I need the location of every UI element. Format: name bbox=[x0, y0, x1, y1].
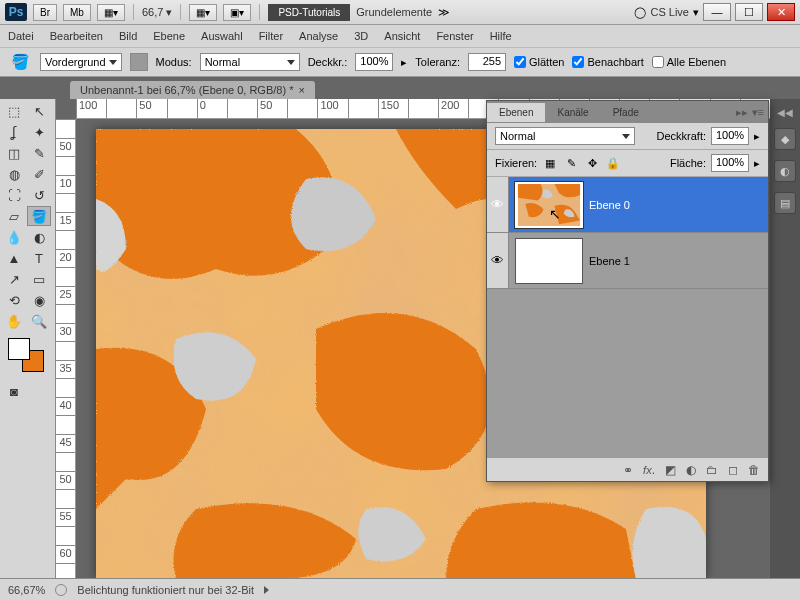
lock-pixels-icon[interactable]: ✎ bbox=[563, 156, 579, 170]
mask-icon[interactable]: ◩ bbox=[665, 463, 676, 477]
panel-menu-icon[interactable]: ▾≡ bbox=[752, 106, 764, 119]
current-tool-icon[interactable]: 🪣 bbox=[8, 52, 32, 72]
eyedropper-tool[interactable]: ✎ bbox=[27, 143, 51, 163]
blur-tool[interactable]: 💧 bbox=[2, 227, 26, 247]
adjustment-icon[interactable]: ◐ bbox=[686, 463, 696, 477]
layers-panel-icon[interactable]: ▤ bbox=[774, 192, 796, 214]
pen-tool[interactable]: ▲ bbox=[2, 248, 26, 268]
layer-blend-dropdown[interactable]: Normal bbox=[495, 127, 635, 145]
contiguous-checkbox[interactable]: Benachbart bbox=[572, 56, 643, 68]
lasso-tool[interactable]: ʆ bbox=[2, 122, 26, 142]
layer-name[interactable]: Ebene 0 bbox=[589, 199, 630, 211]
status-indicator-icon[interactable] bbox=[55, 584, 67, 596]
menu-datei[interactable]: Datei bbox=[8, 30, 34, 42]
stamp-tool[interactable]: ⛶ bbox=[2, 185, 26, 205]
minibridge-button[interactable]: Mb bbox=[63, 4, 91, 21]
workspace-tab-grund[interactable]: Grundelemente bbox=[356, 6, 432, 18]
color-panel-icon[interactable]: ◆ bbox=[774, 128, 796, 150]
3d-tool[interactable]: ⟲ bbox=[2, 290, 26, 310]
visibility-toggle[interactable]: 👁 bbox=[487, 177, 509, 232]
layer-name[interactable]: Ebene 1 bbox=[589, 255, 630, 267]
bridge-button[interactable]: Br bbox=[33, 4, 57, 21]
link-layers-icon[interactable]: ⚭ bbox=[623, 463, 633, 477]
menu-analyse[interactable]: Analyse bbox=[299, 30, 338, 42]
workspace-tab-psd[interactable]: PSD-Tutorials bbox=[268, 4, 350, 21]
pattern-swatch[interactable] bbox=[130, 53, 148, 71]
cslive-button[interactable]: CS Live bbox=[650, 6, 689, 18]
fill-mode-dropdown[interactable]: Vordergrund bbox=[40, 53, 122, 71]
quickmask-tool[interactable]: ◙ bbox=[2, 381, 26, 401]
zoom-tool[interactable]: 🔍 bbox=[27, 311, 51, 331]
menu-bearbeiten[interactable]: Bearbeiten bbox=[50, 30, 103, 42]
color-swatches[interactable] bbox=[8, 338, 48, 374]
lock-transparent-icon[interactable]: ▦ bbox=[542, 156, 558, 170]
cslive-icon[interactable]: ◯ bbox=[634, 6, 646, 19]
fill-slider-icon[interactable]: ▸ bbox=[754, 157, 760, 170]
group-icon[interactable]: 🗀 bbox=[706, 463, 718, 477]
close-button[interactable]: ✕ bbox=[767, 3, 795, 21]
menu-hilfe[interactable]: Hilfe bbox=[490, 30, 512, 42]
dodge-tool[interactable]: ◐ bbox=[27, 227, 51, 247]
fill-input[interactable]: 100% bbox=[711, 154, 749, 172]
camera-tool[interactable]: ◉ bbox=[27, 290, 51, 310]
cslive-down-icon[interactable]: ▾ bbox=[693, 6, 699, 19]
menu-bild[interactable]: Bild bbox=[119, 30, 137, 42]
zoom-level[interactable]: 66,7 ▾ bbox=[142, 6, 172, 19]
select-tool[interactable]: ↖ bbox=[27, 101, 51, 121]
delete-layer-icon[interactable]: 🗑 bbox=[748, 463, 760, 477]
adjust-panel-icon[interactable]: ◐ bbox=[774, 160, 796, 182]
tab-ebenen[interactable]: Ebenen bbox=[487, 103, 545, 122]
path-tool[interactable]: ↗ bbox=[2, 269, 26, 289]
new-layer-icon[interactable]: ◻ bbox=[728, 463, 738, 477]
document-tab[interactable]: Unbenannt-1 bei 66,7% (Ebene 0, RGB/8) *… bbox=[70, 81, 315, 99]
minimize-button[interactable]: — bbox=[703, 3, 731, 21]
tolerance-input[interactable]: 255 bbox=[468, 53, 506, 71]
menu-ebene[interactable]: Ebene bbox=[153, 30, 185, 42]
vertical-ruler[interactable]: 50101520253035404550556065 bbox=[56, 119, 76, 600]
workspace-more-icon[interactable]: ≫ bbox=[438, 6, 450, 19]
expand-panels-icon[interactable]: ◀◀ bbox=[777, 107, 793, 118]
screenmode-button[interactable]: ▣▾ bbox=[223, 4, 251, 21]
brush-tool[interactable]: ✐ bbox=[27, 164, 51, 184]
bucket-tool[interactable]: 🪣 bbox=[27, 206, 51, 226]
hand-tool[interactable]: ✋ bbox=[2, 311, 26, 331]
menu-auswahl[interactable]: Auswahl bbox=[201, 30, 243, 42]
crop-tool[interactable]: ◫ bbox=[2, 143, 26, 163]
shape-tool[interactable]: ▭ bbox=[27, 269, 51, 289]
type-tool[interactable]: T bbox=[27, 248, 51, 268]
menu-fenster[interactable]: Fenster bbox=[436, 30, 473, 42]
move-tool[interactable]: ⬚ bbox=[2, 101, 26, 121]
opacity-flyout-icon[interactable]: ▸ bbox=[401, 56, 407, 69]
layer-thumbnail[interactable]: ↖ bbox=[515, 182, 583, 228]
view-extras-button[interactable]: ▦▾ bbox=[97, 4, 125, 21]
tab-kanaele[interactable]: Kanäle bbox=[545, 103, 600, 122]
layer-opacity-input[interactable]: 100% bbox=[711, 127, 749, 145]
lock-position-icon[interactable]: ✥ bbox=[584, 156, 600, 170]
all-layers-checkbox[interactable]: Alle Ebenen bbox=[652, 56, 726, 68]
menu-ansicht[interactable]: Ansicht bbox=[384, 30, 420, 42]
opacity-input[interactable]: 100% bbox=[355, 53, 393, 71]
maximize-button[interactable]: ☐ bbox=[735, 3, 763, 21]
opacity-slider-icon[interactable]: ▸ bbox=[754, 130, 760, 143]
layer-thumbnail[interactable] bbox=[515, 238, 583, 284]
wand-tool[interactable]: ✦ bbox=[27, 122, 51, 142]
eraser-tool[interactable]: ▱ bbox=[2, 206, 26, 226]
menu-3d[interactable]: 3D bbox=[354, 30, 368, 42]
foreground-swatch[interactable] bbox=[8, 338, 30, 360]
tab-pfade[interactable]: Pfade bbox=[601, 103, 651, 122]
arrange-button[interactable]: ▦▾ bbox=[189, 4, 217, 21]
panel-collapse-icon[interactable]: ▸▸ bbox=[736, 106, 748, 119]
layer-row[interactable]: 👁 Ebene 1 bbox=[487, 233, 768, 289]
heal-tool[interactable]: ◍ bbox=[2, 164, 26, 184]
fx-icon[interactable]: fx. bbox=[643, 463, 655, 477]
status-flyout-icon[interactable] bbox=[264, 586, 269, 594]
visibility-toggle[interactable]: 👁 bbox=[487, 233, 509, 288]
layer-row[interactable]: 👁 ↖ Ebene 0 bbox=[487, 177, 768, 233]
doc-close-icon[interactable]: × bbox=[298, 84, 304, 96]
status-zoom[interactable]: 66,67% bbox=[8, 584, 45, 596]
antialias-checkbox[interactable]: Glätten bbox=[514, 56, 564, 68]
lock-all-icon[interactable]: 🔒 bbox=[605, 156, 621, 170]
menu-filter[interactable]: Filter bbox=[259, 30, 283, 42]
history-brush-tool[interactable]: ↺ bbox=[27, 185, 51, 205]
blend-mode-dropdown[interactable]: Normal bbox=[200, 53, 300, 71]
